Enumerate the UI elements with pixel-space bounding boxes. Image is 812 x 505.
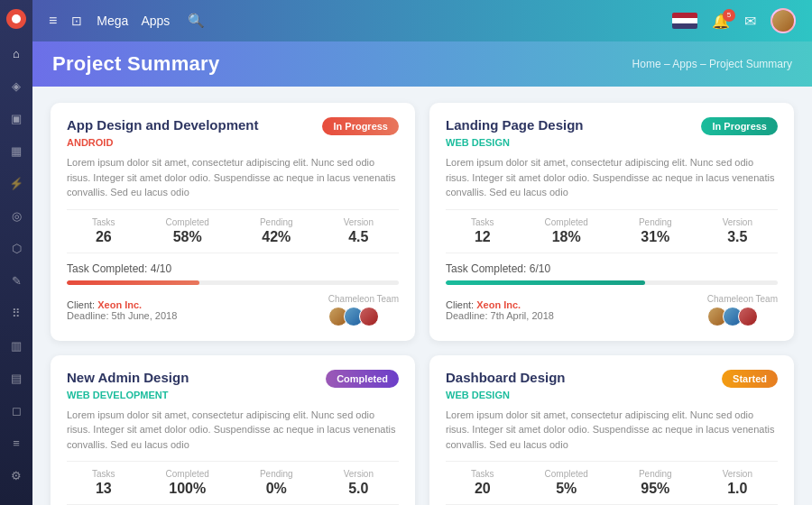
stat-pending-value: 31% — [639, 229, 672, 245]
topbar: ≡ ⊡ Mega Apps 🔍 🔔 5 ✉ — [32, 0, 812, 41]
stat-pending: Pending 0% — [260, 469, 293, 497]
sidebar-icon-edit[interactable]: ✎ — [8, 272, 24, 289]
sidebar-icon-monitor[interactable]: ▣ — [8, 110, 24, 126]
stat-completed: Completed 18% — [545, 217, 588, 245]
sidebar-icon-document[interactable]: ◻ — [8, 402, 24, 418]
status-badge: Started — [722, 370, 778, 388]
stat-version-label: Version — [344, 217, 374, 227]
mail-icon[interactable]: ✉ — [744, 13, 756, 30]
sidebar-icon-grid[interactable]: ⠿ — [8, 305, 24, 321]
stat-completed-label: Completed — [166, 469, 209, 479]
sidebar-icon-layout[interactable]: ▤ — [8, 370, 24, 386]
project-card-1: App Design and Development In Progress A… — [51, 103, 415, 341]
stat-pending-label: Pending — [639, 217, 672, 227]
stats-row: Tasks 13 Completed 100% Pending 0% Versi… — [67, 461, 399, 505]
stat-pending: Pending 42% — [260, 217, 293, 245]
team-info: Chameleon Team — [328, 294, 399, 326]
stat-tasks-label: Tasks — [471, 469, 494, 479]
progress-bar — [446, 280, 778, 285]
topbar-nav: Mega Apps — [97, 14, 170, 28]
card-category: ANDROID — [67, 137, 399, 148]
team-avatars — [328, 307, 399, 326]
card-footer: Client: Xeon Inc. Deadline: 5th June, 20… — [67, 294, 399, 326]
expand-icon[interactable]: ⊡ — [71, 14, 82, 28]
card-title: App Design and Development — [67, 117, 259, 133]
task-completed-label: Task Completed: 6/10 — [446, 262, 778, 275]
stat-version: Version 5.0 — [344, 469, 374, 497]
stats-row: Tasks 26 Completed 58% Pending 42% Versi… — [67, 209, 399, 253]
sidebar-icon-lightning[interactable]: ⚡ — [8, 175, 24, 191]
breadcrumb: Home – Apps – Project Summary — [632, 58, 792, 70]
search-icon[interactable]: 🔍 — [188, 13, 205, 29]
card-category: WEB DEVELOPMENT — [67, 390, 399, 400]
stat-completed-label: Completed — [545, 217, 588, 227]
stat-version-value: 3.5 — [723, 229, 752, 245]
stat-pending-label: Pending — [260, 469, 293, 479]
card-description: Lorem ipsum dolor sit amet, consectetur … — [446, 408, 778, 453]
project-card-3: New Admin Design Completed WEB DEVELOPME… — [51, 355, 415, 506]
menu-icon[interactable]: ≡ — [49, 13, 57, 29]
team-label: Chameleon Team — [328, 294, 399, 304]
card-description: Lorem ipsum dolor sit amet, consectetur … — [67, 155, 399, 200]
deadline: Deadline: 5th June, 2018 — [67, 310, 177, 321]
card-category: WEB DESIGN — [446, 390, 778, 400]
stat-version-label: Version — [723, 217, 752, 227]
stat-tasks-value: 13 — [92, 481, 115, 497]
stat-completed-label: Completed — [166, 217, 209, 227]
project-card-2: Landing Page Design In Progress WEB DESI… — [429, 103, 794, 341]
page-header: Project Summary Home – Apps – Project Su… — [32, 41, 812, 87]
nav-apps[interactable]: Apps — [141, 14, 170, 28]
avatar[interactable] — [770, 8, 796, 33]
client-link[interactable]: Xeon Inc. — [476, 299, 521, 310]
stat-pending-value: 95% — [639, 481, 672, 497]
sidebar-logo[interactable] — [6, 9, 26, 29]
client-info: Client: Xeon Inc. Deadline: 5th June, 20… — [67, 299, 177, 321]
stat-pending-value: 42% — [260, 229, 293, 245]
sidebar: ⌂ ◈ ▣ ▦ ⚡ ◎ ⬡ ✎ ⠿ ▥ ▤ ◻ ≡ ⚙ — [0, 0, 32, 505]
stat-tasks: Tasks 12 — [471, 217, 494, 245]
client-info: Client: Xeon Inc. Deadline: 7th April, 2… — [446, 299, 554, 321]
sidebar-icon-calendar[interactable]: ▦ — [8, 142, 24, 159]
nav-mega[interactable]: Mega — [97, 14, 128, 28]
page-title: Project Summary — [52, 52, 219, 76]
deadline: Deadline: 7th April, 2018 — [446, 310, 554, 321]
sidebar-icon-box[interactable]: ⬡ — [8, 240, 24, 256]
sidebar-icon-globe[interactable]: ◎ — [8, 207, 24, 224]
avatar-image — [772, 10, 794, 32]
card-header: App Design and Development In Progress — [67, 117, 399, 135]
stat-tasks: Tasks 20 — [471, 469, 494, 497]
stat-version: Version 4.5 — [344, 217, 374, 245]
sidebar-icon-stack[interactable]: ≡ — [8, 435, 24, 451]
cards-grid: App Design and Development In Progress A… — [51, 103, 794, 505]
status-badge: In Progress — [701, 117, 778, 135]
project-card-4: Dashboard Design Started WEB DESIGN Lore… — [429, 355, 794, 506]
stat-tasks-label: Tasks — [92, 469, 115, 479]
stat-pending: Pending 31% — [639, 217, 672, 245]
status-badge: Completed — [326, 370, 399, 388]
stat-version-label: Version — [344, 469, 374, 479]
stat-tasks-label: Tasks — [471, 217, 494, 227]
sidebar-icon-home[interactable]: ⌂ — [8, 45, 24, 61]
stat-completed-value: 18% — [545, 229, 588, 245]
progress-bar — [67, 280, 399, 285]
team-avatars — [707, 307, 778, 326]
sidebar-icon-chart[interactable]: ▥ — [8, 337, 24, 354]
card-title: Dashboard Design — [446, 370, 566, 385]
stats-row: Tasks 20 Completed 5% Pending 95% Versio… — [446, 461, 778, 505]
team-avatar-3 — [359, 307, 379, 326]
stat-tasks-value: 12 — [471, 229, 494, 245]
stat-version-value: 4.5 — [344, 229, 374, 245]
stat-completed: Completed 100% — [166, 469, 209, 497]
stat-completed-value: 58% — [166, 229, 209, 245]
sidebar-icon-settings[interactable]: ⚙ — [8, 467, 24, 483]
sidebar-icon-layers[interactable]: ◈ — [8, 78, 24, 94]
team-info: Chameleon Team — [707, 294, 778, 326]
task-completed-label: Task Completed: 4/10 — [67, 262, 399, 275]
flag-icon — [672, 13, 697, 29]
client-link[interactable]: Xeon Inc. — [97, 299, 142, 310]
stat-completed: Completed 58% — [166, 217, 209, 245]
notifications-icon[interactable]: 🔔 5 — [712, 13, 730, 30]
card-footer: Client: Xeon Inc. Deadline: 7th April, 2… — [446, 294, 778, 326]
stat-version-label: Version — [723, 469, 752, 479]
stat-tasks: Tasks 13 — [92, 469, 115, 497]
